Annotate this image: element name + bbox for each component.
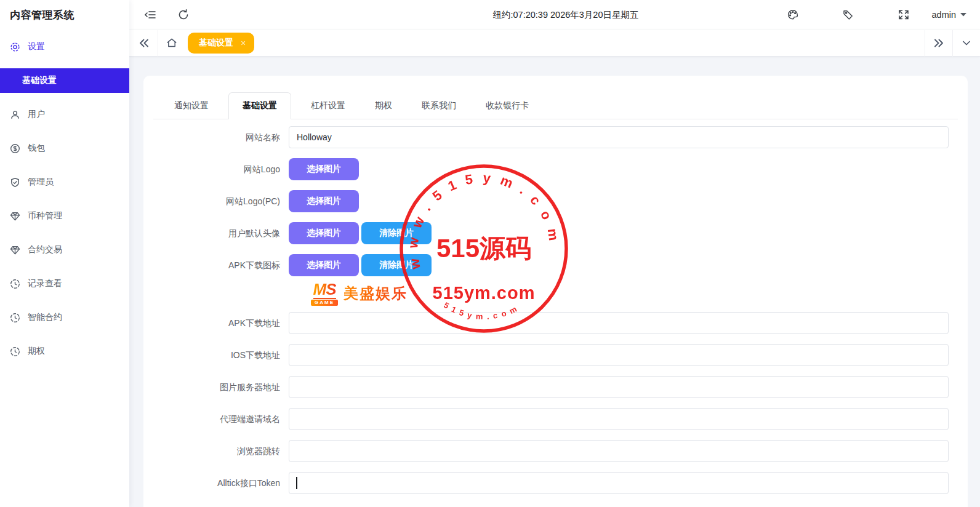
sidebar-item-label: 期权 (28, 346, 45, 357)
select-image-button[interactable]: 选择图片 (289, 254, 359, 276)
sidebar-item-settings[interactable]: 设置 (0, 34, 129, 59)
tab-options[interactable]: 期权 (365, 92, 402, 119)
username-text: admin (932, 10, 957, 20)
sidebar-item-coins[interactable]: 币种管理 (0, 204, 129, 228)
site-name-input[interactable] (289, 126, 949, 148)
home-icon[interactable] (166, 37, 178, 49)
text-cursor (296, 477, 297, 489)
apk-icon-preview-image: MS GAME 美盛娱乐 (311, 281, 408, 306)
close-icon[interactable]: × (241, 38, 246, 48)
field-label: Alltick接口Token (153, 472, 289, 494)
form-row-site-logo: 网站Logo 选择图片 (153, 158, 958, 180)
app-title: 内容管理系统 (0, 0, 129, 30)
apk-url-input[interactable] (289, 312, 949, 334)
form-row-site-logo-pc: 网站Logo(PC) 选择图片 (153, 190, 958, 212)
form-row-default-avatar: 用户默认头像 选择图片 清除图片 (153, 222, 958, 244)
sidebar: 内容管理系统 设置 基础设置 用户 钱包 (0, 0, 129, 507)
refresh-icon[interactable] (177, 9, 190, 21)
sidebar-item-basic-settings[interactable]: 基础设置 (0, 68, 129, 93)
form-row-agent-invite-domain: 代理端邀请域名 (153, 408, 958, 430)
sidebar-item-label: 管理员 (28, 177, 54, 188)
settings-card: 通知设置 基础设置 杠杆设置 期权 联系我们 收款银行卡 网站名称 (143, 76, 968, 507)
clock-icon (10, 346, 20, 357)
gem-icon (10, 245, 20, 255)
clock-icon (10, 279, 20, 289)
sidebar-item-options[interactable]: 期权 (0, 339, 129, 364)
page-tab-label: 基础设置 (199, 38, 233, 49)
select-image-button[interactable]: 选择图片 (289, 158, 359, 180)
tag-icon[interactable] (842, 9, 854, 21)
form-row-image-server: 图片服务器地址 (153, 376, 958, 398)
sidebar-item-smart-contract[interactable]: 智能合约 (0, 305, 129, 330)
form-row-alltick-token: Alltick接口Token (153, 472, 958, 494)
page-tabbar: 基础设置 × (129, 30, 980, 57)
gear-icon (10, 42, 20, 52)
tab-contact-us[interactable]: 联系我们 (412, 92, 466, 119)
divider (925, 30, 925, 57)
tab-leverage-settings[interactable]: 杠杆设置 (301, 92, 355, 119)
sidebar-item-label: 钱包 (28, 143, 45, 154)
sidebar-item-label: 设置 (28, 41, 45, 52)
form-row-ios-url: IOS下载地址 (153, 344, 958, 366)
ms-logo-text: MS (313, 281, 336, 299)
ios-url-input[interactable] (289, 344, 949, 366)
fullscreen-icon[interactable] (898, 9, 910, 21)
tab-basic-settings[interactable]: 基础设置 (228, 92, 291, 119)
agent-invite-domain-input[interactable] (289, 408, 949, 430)
sidebar-item-label: 记录查看 (28, 278, 62, 289)
form-row-apk-icon: APK下载图标 选择图片 清除图片 MS GAME (153, 254, 958, 306)
field-label: IOS下载地址 (153, 344, 289, 366)
sidebar-item-wallet[interactable]: 钱包 (0, 136, 129, 161)
clock-icon (10, 313, 20, 323)
gem-icon (10, 211, 20, 222)
clear-image-button[interactable]: 清除图片 (361, 254, 432, 276)
page-tab-basic-settings[interactable]: 基础设置 × (188, 33, 254, 54)
divider (952, 30, 953, 57)
select-image-button[interactable]: 选择图片 (289, 190, 359, 212)
game-logo-text: GAME (311, 300, 338, 306)
browser-redirect-input[interactable] (289, 440, 949, 462)
tab-bank-cards[interactable]: 收款银行卡 (476, 92, 539, 119)
form-row-apk-url: APK下载地址 (153, 312, 958, 334)
caret-down-icon (960, 13, 966, 17)
field-label: 用户默认头像 (153, 222, 289, 244)
shield-check-icon (10, 177, 20, 188)
brand-name-text: 美盛娱乐 (343, 284, 408, 303)
field-label: 网站Logo(PC) (153, 190, 289, 212)
header-actions: admin (787, 9, 967, 21)
clear-image-button[interactable]: 清除图片 (361, 222, 432, 244)
divider (158, 30, 158, 57)
field-label: APK下载图标 (153, 254, 289, 276)
field-label: 网站名称 (153, 126, 289, 148)
tab-notification-settings[interactable]: 通知设置 (164, 92, 219, 119)
dollar-circle-icon (10, 143, 20, 154)
form-row-site-name: 网站名称 (153, 126, 958, 148)
image-server-input[interactable] (289, 376, 949, 398)
ms-game-logo: MS GAME (311, 281, 338, 306)
sidebar-item-contract-trading[interactable]: 合约交易 (0, 238, 129, 262)
menu-fold-icon[interactable] (144, 9, 156, 21)
sidebar-menu: 设置 基础设置 用户 钱包 管理员 (0, 30, 129, 373)
field-label: APK下载地址 (153, 312, 289, 334)
main-column: 纽约:07:20:39 2026年3月20日星期五 admin (129, 0, 980, 507)
select-image-button[interactable]: 选择图片 (289, 222, 359, 244)
field-label: 浏览器跳转 (153, 440, 289, 462)
sidebar-item-users[interactable]: 用户 (0, 102, 129, 127)
chevron-down-icon[interactable] (960, 37, 973, 49)
top-header: 纽约:07:20:39 2026年3月20日星期五 admin (129, 0, 980, 30)
palette-icon[interactable] (787, 9, 799, 21)
user-menu[interactable]: admin (932, 10, 967, 20)
field-label: 网站Logo (153, 158, 289, 180)
expand-tabs-icon[interactable] (933, 37, 945, 49)
basic-settings-form: 网站名称 网站Logo 选择图片 网站Logo(PC) (153, 119, 958, 494)
sidebar-item-records[interactable]: 记录查看 (0, 271, 129, 296)
collapse-tabs-icon[interactable] (138, 37, 150, 49)
sidebar-item-admins[interactable]: 管理员 (0, 170, 129, 194)
sidebar-item-label: 用户 (28, 109, 45, 120)
clock-time-text: 纽约:07:20:39 2026年3月20日星期五 (493, 9, 639, 21)
user-icon (10, 110, 20, 120)
field-label: 代理端邀请域名 (153, 408, 289, 430)
content-area: 通知设置 基础设置 杠杆设置 期权 联系我们 收款银行卡 网站名称 (129, 57, 980, 507)
form-row-browser-redirect: 浏览器跳转 (153, 440, 958, 462)
alltick-token-input[interactable] (289, 472, 949, 494)
